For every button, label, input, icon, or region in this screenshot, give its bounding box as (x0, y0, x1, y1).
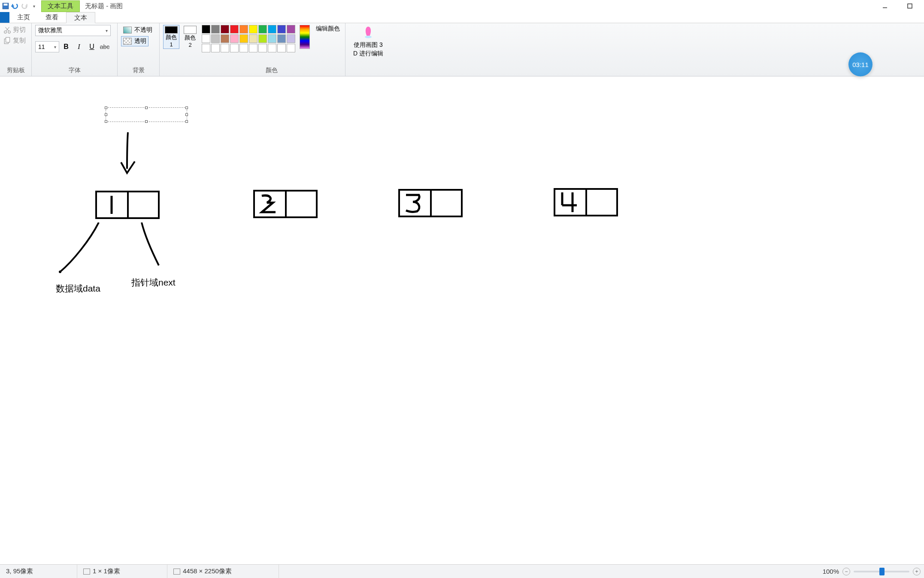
status-selection-size: 1 × 1像素 (77, 565, 167, 578)
palette-color[interactable] (277, 44, 286, 52)
ribbon: 剪切 复制 剪贴板 微软雅黑 ▾ 11 ▾ B I (0, 23, 924, 76)
opaque-option[interactable]: 不透明 (121, 25, 155, 35)
palette-color[interactable] (239, 34, 248, 43)
bold-button[interactable]: B (60, 41, 72, 52)
svg-point-23 (59, 271, 61, 273)
zoom-out-button[interactable]: − (842, 568, 850, 575)
zoom-in-button[interactable]: + (913, 568, 921, 575)
chevron-down-icon: ▾ (106, 28, 108, 33)
group-background: 不透明 透明 背景 (118, 23, 160, 76)
palette-color[interactable] (268, 44, 276, 52)
opaque-label: 不透明 (134, 26, 152, 34)
rainbow-icon (300, 25, 310, 49)
transparent-option[interactable]: 透明 (121, 36, 148, 46)
selection-size-icon (83, 569, 90, 575)
palette-color[interactable] (258, 44, 267, 52)
quick-access-toolbar: ▾ (0, 2, 38, 10)
italic-button[interactable]: I (73, 41, 85, 52)
file-tab-visible[interactable] (0, 12, 9, 23)
color-2-button[interactable]: 颜色 2 (182, 25, 198, 49)
color-1-label: 颜色 1 (164, 33, 178, 48)
svg-rect-3 (908, 4, 912, 8)
palette-color[interactable] (221, 25, 229, 33)
cut-button[interactable]: 剪切 (3, 25, 26, 35)
linked-list-node-2 (253, 190, 318, 218)
zoom-slider[interactable] (854, 571, 909, 572)
group-font-label: 字体 (35, 66, 114, 75)
palette-color[interactable] (239, 44, 248, 52)
svg-rect-9 (6, 37, 10, 42)
minimize-button[interactable] (879, 0, 891, 12)
maximize-button[interactable] (903, 0, 916, 12)
status-cursor-pos: 3, 95像素 (0, 565, 77, 578)
group-clipboard-label: 剪贴板 (3, 66, 28, 75)
palette-color[interactable] (287, 25, 295, 33)
linked-list-node-1 (95, 191, 160, 219)
status-canvas-size: 4458 × 2250像素 (167, 565, 279, 578)
tab-view[interactable]: 查看 (38, 12, 66, 23)
paint3d-icon (361, 25, 376, 40)
group-colors: 编辑颜色 颜色 (198, 23, 345, 76)
font-size-value: 11 (38, 43, 45, 50)
zoom-thumb[interactable] (879, 568, 885, 575)
palette-color[interactable] (268, 25, 276, 33)
palette-color[interactable] (258, 25, 267, 33)
palette-color[interactable] (230, 44, 239, 52)
paint3d-button[interactable]: 使用画图 3 D 进行编辑 (349, 25, 388, 58)
tab-text[interactable]: 文本 (66, 12, 95, 23)
palette-color[interactable] (202, 44, 210, 52)
contextual-tab-text-tools: 文本工具 (41, 0, 80, 12)
svg-line-7 (6, 27, 9, 31)
palette-color[interactable] (202, 34, 210, 43)
palette-color[interactable] (287, 44, 295, 52)
arrow-down (116, 132, 142, 179)
palette-color[interactable] (277, 34, 286, 43)
palette-color[interactable] (287, 34, 295, 43)
font-family-select[interactable]: 微软雅黑 ▾ (35, 25, 111, 36)
palette-color[interactable] (249, 34, 258, 43)
text-selection-box[interactable] (106, 107, 187, 122)
palette-color[interactable] (211, 34, 220, 43)
svg-rect-1 (4, 3, 8, 6)
group-clipboard: 剪切 复制 剪贴板 (0, 23, 32, 76)
edit-colors-button[interactable]: 编辑颜色 (314, 25, 342, 33)
qat-customize-icon[interactable]: ▾ (30, 2, 38, 10)
palette-color[interactable] (230, 25, 239, 33)
strikethrough-button[interactable]: abc (99, 41, 111, 52)
tab-home[interactable]: 主页 (9, 12, 38, 23)
palette-color[interactable] (277, 25, 286, 33)
status-bar: 3, 95像素 1 × 1像素 4458 × 2250像素 100% − + (0, 564, 924, 578)
palette-color[interactable] (221, 44, 229, 52)
palette-color[interactable] (239, 25, 248, 33)
group-color-pickers: 颜色 1 颜色 2 (160, 23, 198, 76)
svg-point-10 (365, 36, 372, 38)
palette-color[interactable] (249, 44, 258, 52)
font-size-select[interactable]: 11 ▾ (35, 41, 59, 52)
underline-button[interactable]: U (86, 41, 98, 52)
linked-list-node-4 (554, 188, 618, 216)
group-background-label: 背景 (121, 66, 156, 75)
palette-color[interactable] (202, 25, 210, 33)
copy-button[interactable]: 复制 (3, 36, 26, 46)
palette-color[interactable] (249, 25, 258, 33)
redo-icon[interactable] (21, 2, 28, 10)
palette-color[interactable] (258, 34, 267, 43)
undo-icon[interactable] (11, 2, 19, 10)
node1-branch-right (137, 222, 172, 270)
palette-color[interactable] (211, 25, 220, 33)
canvas-viewport[interactable]: 数据域data 指针域next (0, 76, 924, 564)
save-icon[interactable] (2, 2, 9, 10)
group-paint3d: 使用画图 3 D 进行编辑 (345, 23, 391, 76)
font-family-value: 微软雅黑 (38, 27, 62, 34)
zoom-value: 100% (823, 568, 839, 575)
paint3d-label-1: 使用画图 3 (354, 41, 383, 49)
color-palette (202, 25, 295, 52)
palette-color[interactable] (211, 44, 220, 52)
window-title: 无标题 - 画图 (85, 2, 123, 10)
palette-color[interactable] (221, 34, 229, 43)
palette-color[interactable] (230, 34, 239, 43)
color-1-button[interactable]: 颜色 1 (163, 25, 179, 49)
title-section: 文本工具 无标题 - 画图 (41, 0, 123, 12)
zoom-control: 100% − + (823, 568, 921, 575)
palette-color[interactable] (268, 34, 276, 43)
